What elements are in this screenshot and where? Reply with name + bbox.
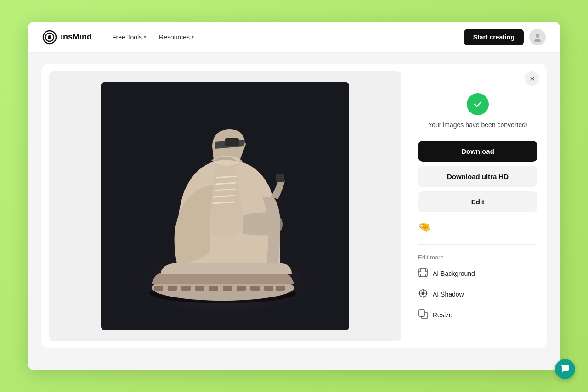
- svg-rect-26: [419, 269, 427, 277]
- download-hd-button[interactable]: Download ultra HD: [418, 166, 537, 187]
- edit-button[interactable]: Edit: [418, 191, 537, 212]
- svg-rect-25: [276, 174, 284, 182]
- svg-point-36: [422, 291, 425, 295]
- action-panel: ✕ Your images have been converted! Downl…: [409, 64, 547, 348]
- svg-rect-9: [154, 286, 163, 291]
- ai-shadow-label: AI Shadow: [433, 291, 464, 298]
- svg-rect-41: [419, 310, 424, 316]
- success-section: Your images have been converted!: [418, 75, 537, 134]
- nav-free-tools-label: Free Tools: [112, 34, 142, 41]
- svg-rect-12: [195, 286, 204, 291]
- avatar[interactable]: [529, 29, 546, 45]
- ai-background-label: AI Background: [433, 270, 475, 277]
- chevron-down-icon: ▾: [192, 34, 194, 39]
- divider: [418, 244, 537, 245]
- svg-rect-13: [209, 286, 218, 291]
- main-content: ✕ Your images have been converted! Downl…: [28, 53, 560, 370]
- app-window: insMind Free Tools ▾ Resources ▾ Start c…: [28, 22, 560, 370]
- header: insMind Free Tools ▾ Resources ▾ Start c…: [28, 22, 560, 53]
- close-button[interactable]: ✕: [525, 71, 539, 86]
- image-area: [49, 71, 401, 341]
- svg-rect-15: [237, 286, 246, 291]
- ai-background-icon: [418, 268, 428, 280]
- header-right: Start creating: [464, 29, 546, 45]
- product-image: [101, 82, 349, 330]
- ai-shadow-icon: [418, 289, 428, 300]
- start-creating-button[interactable]: Start creating: [464, 29, 524, 45]
- main-nav: Free Tools ▾ Resources ▾: [107, 30, 464, 45]
- logo-text: insMind: [61, 32, 92, 42]
- nav-resources-label: Resources: [159, 34, 190, 41]
- svg-rect-14: [223, 286, 232, 291]
- download-button[interactable]: Download: [418, 141, 537, 162]
- svg-point-4: [534, 39, 541, 42]
- svg-rect-17: [264, 286, 273, 291]
- ai-background-item[interactable]: AI Background: [418, 266, 537, 281]
- svg-rect-18: [276, 286, 285, 291]
- success-icon: [467, 93, 489, 115]
- svg-rect-19: [225, 138, 239, 146]
- logo-area: insMind: [42, 30, 92, 45]
- success-message: Your images have been converted!: [428, 121, 527, 130]
- nav-resources[interactable]: Resources ▾: [153, 30, 199, 45]
- content-card: ✕ Your images have been converted! Downl…: [41, 64, 547, 348]
- svg-point-3: [536, 34, 539, 38]
- svg-rect-10: [168, 286, 177, 291]
- resize-label: Resize: [433, 311, 452, 319]
- resize-icon: [418, 309, 428, 321]
- hand-icon: 🤏: [418, 221, 430, 233]
- svg-rect-16: [250, 286, 260, 291]
- chat-widget[interactable]: [555, 359, 575, 379]
- edit-more-label: Edit more: [418, 254, 537, 261]
- chevron-down-icon: ▾: [144, 34, 146, 39]
- nav-free-tools[interactable]: Free Tools ▾: [107, 30, 152, 45]
- ai-shadow-item[interactable]: AI Shadow: [418, 287, 537, 302]
- hand-icon-area: 🤏: [418, 219, 537, 235]
- edit-more-section: Edit more: [418, 254, 537, 323]
- svg-rect-11: [181, 286, 191, 291]
- shoe-illustration: [101, 82, 349, 330]
- actions-section: Download Download ultra HD Edit: [418, 141, 537, 212]
- svg-point-2: [48, 35, 51, 39]
- logo-icon: [42, 30, 57, 45]
- resize-item[interactable]: Resize: [418, 308, 537, 323]
